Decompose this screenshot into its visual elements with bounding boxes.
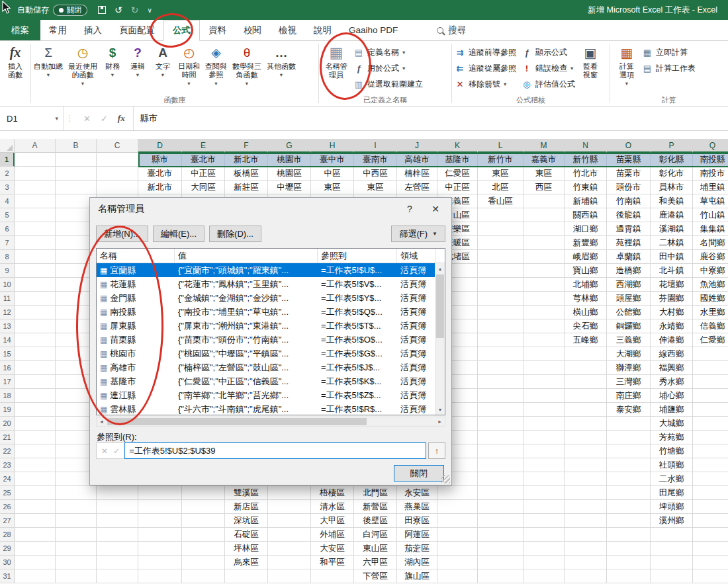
scroll-down-icon[interactable]: ▼ xyxy=(435,405,445,414)
cell-E28[interactable] xyxy=(182,528,225,542)
cell-N28[interactable] xyxy=(565,528,607,542)
cell-Q31[interactable] xyxy=(693,569,728,583)
name-row-金門縣[interactable]: ▦金門縣{"金城鎮";"金湖鎮";"金沙鎮"...=工作表5!$Y$...活頁簿 xyxy=(97,291,445,305)
cell-N13[interactable]: 尖石鄉 xyxy=(565,319,607,333)
cell-G27[interactable] xyxy=(268,514,311,528)
row-header-23[interactable]: 23 xyxy=(0,458,15,472)
horizontal-scroll-thumb[interactable] xyxy=(107,418,367,425)
cell-I29[interactable]: 東山區 xyxy=(354,542,397,556)
cell-A5[interactable] xyxy=(15,208,56,222)
cell-P9[interactable]: 北斗鎮 xyxy=(651,264,693,278)
cell-O11[interactable]: 頭屋鄉 xyxy=(607,292,651,306)
column-header-L[interactable]: L xyxy=(478,139,523,153)
cell-P7[interactable]: 二林鎮 xyxy=(651,236,693,250)
trace-precedents-button[interactable]: ⇉追蹤前導參照 xyxy=(452,44,519,60)
cell-M26[interactable] xyxy=(523,500,565,514)
cell-B27[interactable] xyxy=(56,514,97,528)
cell-L17[interactable] xyxy=(478,375,523,389)
cell-N25[interactable] xyxy=(565,486,607,500)
cell-H1[interactable]: 臺中市 xyxy=(311,153,354,167)
cell-A24[interactable] xyxy=(15,472,56,486)
datetime-button[interactable]: ◴日期和時間▾ xyxy=(175,42,203,87)
dialog-close-icon[interactable]: ✕ xyxy=(429,204,442,214)
cell-K29[interactable] xyxy=(437,542,478,556)
cell-K28[interactable] xyxy=(437,528,478,542)
column-header-O[interactable]: O xyxy=(607,139,651,153)
cell-J29[interactable]: 茄萣區 xyxy=(397,542,437,556)
cell-F31[interactable] xyxy=(225,569,268,583)
name-row-雲林縣[interactable]: ▦雲林縣{"斗六市";"斗南鎮";"虎尾鎮"...=工作表5!$R$...活頁簿 xyxy=(97,402,445,415)
cell-D29[interactable] xyxy=(138,542,182,556)
more-functions-button[interactable]: …其他函數▾ xyxy=(264,42,298,78)
tab-help[interactable]: 說明 xyxy=(305,20,340,40)
enter-icon[interactable]: ✓ xyxy=(113,446,120,456)
select-all-corner[interactable] xyxy=(0,139,15,153)
cell-M27[interactable] xyxy=(523,514,565,528)
tab-gaaiho-pdf[interactable]: Gaaiho PDF xyxy=(340,20,406,40)
list-horizontal-scrollbar[interactable]: ◄ ► xyxy=(96,417,445,427)
cell-L8[interactable] xyxy=(478,250,523,264)
cell-G28[interactable] xyxy=(268,528,311,542)
cell-Q17[interactable] xyxy=(693,375,728,389)
cell-O14[interactable]: 三義鄉 xyxy=(607,333,651,347)
cell-Q26[interactable] xyxy=(693,500,728,514)
cell-J27[interactable]: 田寮區 xyxy=(397,514,437,528)
cell-D28[interactable] xyxy=(138,528,182,542)
cell-Q30[interactable] xyxy=(693,556,728,569)
cell-G2[interactable]: 桃園區 xyxy=(268,167,311,181)
cell-O30[interactable] xyxy=(607,556,651,569)
cell-L16[interactable] xyxy=(478,361,523,375)
cell-H30[interactable]: 和平區 xyxy=(311,556,354,569)
cell-L25[interactable] xyxy=(478,486,523,500)
cell-F27[interactable]: 深坑區 xyxy=(225,514,268,528)
cell-P24[interactable]: 二水鄉 xyxy=(651,472,693,486)
cell-A26[interactable] xyxy=(15,500,56,514)
cell-E31[interactable] xyxy=(182,569,225,583)
cell-G29[interactable] xyxy=(268,542,311,556)
cell-O22[interactable] xyxy=(607,444,651,458)
cell-D25[interactable] xyxy=(138,486,182,500)
cell-D31[interactable] xyxy=(138,569,182,583)
cell-F26[interactable]: 新店區 xyxy=(225,500,268,514)
cell-N24[interactable] xyxy=(565,472,607,486)
cell-I27[interactable]: 後壁區 xyxy=(354,514,397,528)
cell-C2[interactable] xyxy=(97,167,138,181)
row-header-5[interactable]: 5 xyxy=(0,208,15,222)
cell-N12[interactable]: 橫山鄉 xyxy=(565,306,607,319)
cell-F28[interactable]: 石碇區 xyxy=(225,528,268,542)
name-row-宜蘭縣[interactable]: ▦宜蘭縣{"宜蘭市";"頭城鎮";"羅東鎮"...=工作表5!$U$...活頁簿 xyxy=(97,263,445,277)
cell-I3[interactable]: 東區 xyxy=(354,181,397,194)
math-trig-button[interactable]: θ數學與三角函數▾ xyxy=(230,42,264,87)
cell-J28[interactable]: 阿蓮區 xyxy=(397,528,437,542)
cell-G1[interactable]: 桃園市 xyxy=(268,153,311,167)
autosum-button[interactable]: Σ自動加總▾ xyxy=(31,42,66,78)
row-header-4[interactable]: 4 xyxy=(0,194,15,208)
cell-P1[interactable]: 彰化縣 xyxy=(651,153,693,167)
column-header-refers-to[interactable]: 參照到 xyxy=(318,249,397,263)
cell-L21[interactable] xyxy=(478,431,523,444)
cell-L13[interactable] xyxy=(478,319,523,333)
cell-P22[interactable]: 竹塘鄉 xyxy=(651,444,693,458)
cell-A6[interactable] xyxy=(15,222,56,236)
cell-L31[interactable] xyxy=(478,569,523,583)
cell-J25[interactable]: 永安區 xyxy=(397,486,437,500)
cell-O27[interactable] xyxy=(607,514,651,528)
cell-D26[interactable] xyxy=(138,500,182,514)
tab-data[interactable]: 資料 xyxy=(200,20,235,40)
cell-A15[interactable] xyxy=(15,347,56,361)
cell-J26[interactable]: 燕巢區 xyxy=(397,500,437,514)
cell-O1[interactable]: 苗栗縣 xyxy=(607,153,651,167)
cell-P29[interactable] xyxy=(651,542,693,556)
cell-C27[interactable] xyxy=(97,514,138,528)
cell-Q13[interactable]: 信義鄉 xyxy=(693,319,728,333)
column-header-F[interactable]: F xyxy=(225,139,268,153)
cell-L27[interactable] xyxy=(478,514,523,528)
cell-N3[interactable]: 竹東鎮 xyxy=(565,181,607,194)
cell-M8[interactable] xyxy=(523,250,565,264)
refers-to-input[interactable]: =工作表5!$U$2:$U$39 xyxy=(124,442,426,459)
row-header-8[interactable]: 8 xyxy=(0,250,15,264)
cell-M25[interactable] xyxy=(523,486,565,500)
cell-O13[interactable]: 銅鑼鄉 xyxy=(607,319,651,333)
calculation-options-button[interactable]: ▦計算選項▾ xyxy=(614,42,639,87)
cell-I28[interactable]: 白河區 xyxy=(354,528,397,542)
